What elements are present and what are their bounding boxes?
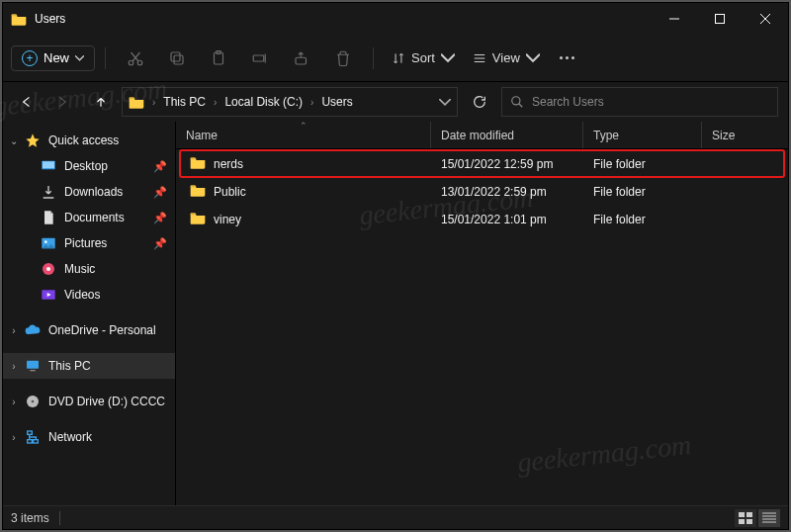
column-label: Size xyxy=(712,129,735,142)
chevron-right-icon: › xyxy=(210,97,220,108)
svg-rect-21 xyxy=(28,431,33,434)
sidebar-label: Videos xyxy=(64,288,100,302)
pictures-icon xyxy=(41,235,56,251)
plus-icon: + xyxy=(22,50,38,66)
minimize-button[interactable] xyxy=(652,3,697,35)
titlebar: Users xyxy=(3,3,788,35)
sidebar-item-pictures[interactable]: Pictures 📌 xyxy=(3,230,175,256)
copy-button[interactable] xyxy=(157,41,197,76)
chevron-down-icon xyxy=(75,55,84,61)
column-header-size[interactable]: Size xyxy=(702,122,788,148)
table-row[interactable]: viney15/01/2022 1:01 pmFile folder xyxy=(180,206,784,232)
sort-button[interactable]: Sort xyxy=(384,50,463,65)
svg-rect-7 xyxy=(253,55,264,61)
sidebar-item-videos[interactable]: Videos xyxy=(3,282,175,308)
pin-icon: 📌 xyxy=(153,237,167,250)
svg-point-15 xyxy=(46,267,50,271)
table-row[interactable]: nerds15/01/2022 12:59 pmFile folder xyxy=(180,150,784,177)
pin-icon: 📌 xyxy=(153,186,167,199)
breadcrumb-segment[interactable]: This PC xyxy=(163,95,206,109)
sidebar-label: Downloads xyxy=(64,185,123,199)
close-button[interactable] xyxy=(743,3,788,35)
breadcrumb[interactable]: › This PC › Local Disk (C:) › Users xyxy=(122,87,458,117)
sidebar-label: OneDrive - Personal xyxy=(48,323,156,337)
view-details-button[interactable] xyxy=(758,509,780,527)
music-icon xyxy=(41,261,56,277)
svg-rect-0 xyxy=(716,15,725,24)
folder-icon xyxy=(190,183,206,200)
cut-button[interactable] xyxy=(116,41,155,76)
svg-point-9 xyxy=(512,97,520,105)
svg-rect-8 xyxy=(296,57,307,64)
chevron-down-icon[interactable] xyxy=(439,99,451,106)
main-content: Name ⌃ Date modified Type Size nerds15/0… xyxy=(176,122,788,505)
pin-icon: 📌 xyxy=(153,212,167,224)
sort-indicator-icon: ⌃ xyxy=(300,121,308,131)
column-header-name[interactable]: Name ⌃ xyxy=(176,122,431,148)
disc-icon xyxy=(25,394,41,409)
svg-rect-23 xyxy=(34,440,39,443)
folder-icon xyxy=(129,95,144,109)
up-button[interactable] xyxy=(84,86,118,118)
sidebar-label: This PC xyxy=(48,359,91,373)
svg-rect-24 xyxy=(739,512,745,517)
rename-button[interactable] xyxy=(240,41,280,76)
svg-rect-22 xyxy=(28,440,33,443)
folder-icon xyxy=(190,211,206,227)
sidebar-label: DVD Drive (D:) CCCC xyxy=(48,395,165,408)
sidebar-item-dvd[interactable]: › DVD Drive (D:) CCCC xyxy=(3,389,175,414)
column-header-date[interactable]: Date modified xyxy=(431,122,583,148)
sidebar-item-quick-access[interactable]: ⌄ Quick access xyxy=(3,128,175,153)
sidebar-label: Documents xyxy=(64,211,125,224)
new-button[interactable]: + New xyxy=(11,45,95,71)
sort-label: Sort xyxy=(411,50,435,65)
breadcrumb-segment[interactable]: Local Disk (C:) xyxy=(224,95,303,109)
chevron-right-icon: › xyxy=(148,97,159,108)
back-button[interactable] xyxy=(9,86,43,118)
file-name: Public xyxy=(214,185,246,199)
file-type: File folder xyxy=(583,157,702,171)
sidebar-item-desktop[interactable]: Desktop 📌 xyxy=(3,153,175,179)
view-button[interactable]: View xyxy=(465,50,548,65)
sidebar-item-onedrive[interactable]: › OneDrive - Personal xyxy=(3,317,175,343)
more-button[interactable] xyxy=(550,56,584,59)
chevron-right-icon: › xyxy=(7,432,21,443)
toolbar: + New Sort View xyxy=(3,35,788,82)
desktop-icon xyxy=(41,158,56,174)
chevron-down-icon xyxy=(441,51,455,65)
table-row[interactable]: Public13/01/2022 2:59 pmFile folder xyxy=(180,178,784,205)
delete-button[interactable] xyxy=(323,41,363,76)
column-headers: Name ⌃ Date modified Type Size xyxy=(176,122,788,149)
svg-rect-11 xyxy=(43,161,54,168)
breadcrumb-segment[interactable]: Users xyxy=(321,95,352,109)
file-name: nerds xyxy=(214,157,243,171)
sidebar-item-downloads[interactable]: Downloads 📌 xyxy=(3,179,175,205)
sort-icon xyxy=(392,51,405,65)
search-input[interactable]: Search Users xyxy=(501,87,778,117)
pc-icon xyxy=(25,358,41,374)
share-button[interactable] xyxy=(282,41,321,76)
refresh-button[interactable] xyxy=(462,87,497,117)
sidebar-item-documents[interactable]: Documents 📌 xyxy=(3,205,175,230)
sidebar-item-music[interactable]: Music xyxy=(3,256,175,282)
file-name: viney xyxy=(214,213,241,226)
column-header-type[interactable]: Type xyxy=(583,122,702,148)
downloads-icon xyxy=(41,184,56,200)
file-date: 15/01/2022 12:59 pm xyxy=(431,157,583,171)
forward-button[interactable] xyxy=(46,86,80,118)
svg-rect-3 xyxy=(174,55,183,64)
folder-icon xyxy=(190,155,206,172)
sidebar-label: Network xyxy=(48,430,92,444)
navrow: › This PC › Local Disk (C:) › Users Sear… xyxy=(3,82,788,122)
sidebar-label: Quick access xyxy=(48,133,119,147)
chevron-right-icon: › xyxy=(7,361,21,372)
star-icon xyxy=(25,133,41,148)
file-list: nerds15/01/2022 12:59 pmFile folderPubli… xyxy=(176,149,788,505)
sidebar-item-this-pc[interactable]: › This PC xyxy=(3,353,175,379)
maximize-button[interactable] xyxy=(697,3,743,35)
chevron-down-icon xyxy=(526,51,540,65)
sidebar-item-network[interactable]: › Network xyxy=(3,424,175,450)
chevron-right-icon: › xyxy=(307,97,317,108)
view-thumbnails-button[interactable] xyxy=(735,509,756,527)
paste-button[interactable] xyxy=(199,41,238,76)
